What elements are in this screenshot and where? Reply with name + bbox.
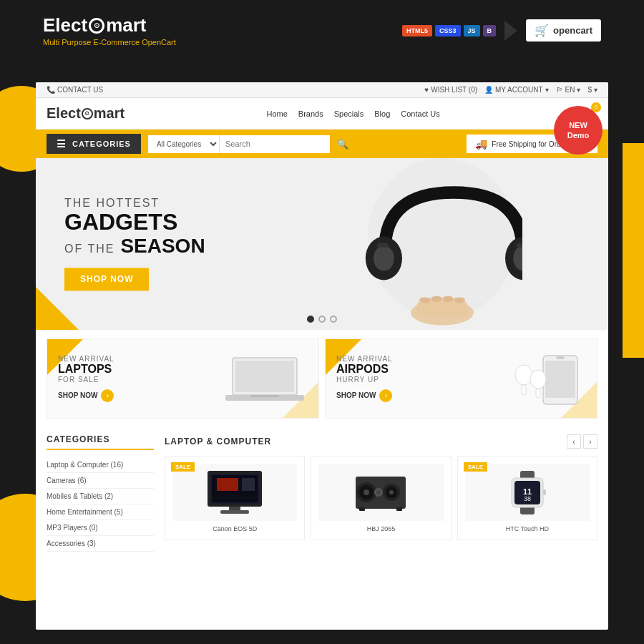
wishlist-link[interactable]: ♥ WISH LIST (0) [424,86,477,94]
banner-airpods-shop-label: SHOP NOW [336,391,376,399]
new-demo-badge: NEW Demo [554,106,602,155]
brand-subtitle: Multi Purpose E-Commerce OpenCart [43,38,176,47]
banner-laptop-name: LAPTOPS [58,363,222,376]
prev-arrow-button[interactable]: ‹ [567,434,581,449]
banner-airpods-image [500,350,586,407]
svg-rect-6 [517,243,522,247]
laptop-svg [225,352,304,406]
banner-card-airpods[interactable]: NEW ARRIVAL AIRPODS HURRY UP SHOP NOW › [325,338,597,419]
contact-us-label: CONTACT US [57,86,103,94]
top-bar: 📞 CONTACT US ♥ WISH LIST (0) 👤 MY ACCOUN… [36,82,608,98]
search-input[interactable] [220,135,330,153]
svg-rect-18 [545,361,575,398]
language-selector[interactable]: 🏳 EN ▾ [556,86,581,94]
sale-badge-1: SALE [171,462,195,472]
svg-rect-16 [250,395,279,397]
brand-name: Elect ⊙ mart [43,14,176,36]
nav-logo-text-part2: mart [94,105,125,122]
svg-point-40 [376,490,381,494]
hero-product-image [265,158,608,330]
cat-item-cameras[interactable]: Cameras (6) [47,473,154,489]
user-icon: 👤 [484,86,493,94]
tech-badges-area: HTML5 CSS3 JS B 🛒 opencart [402,19,601,42]
account-link[interactable]: 👤 MY ACCOUNT ▾ [484,86,549,94]
nav-bar: Elect ⊙ mart Home Brands Specials Blog C… [36,98,608,130]
nav-logo: Elect ⊙ mart [47,105,125,122]
slider-dot-3[interactable] [330,316,337,323]
nav-blog[interactable]: Blog [374,109,390,118]
product-name-3: HTC Touch HD [465,525,590,532]
banner-laptop-shop-label: SHOP NOW [58,391,97,399]
currency-selector[interactable]: $ ▾ [587,86,597,94]
categories-label: CATEGORIES [72,140,131,148]
chevron-down-icon: ▾ [545,86,549,94]
hero-title-line4: SEASON [120,235,205,258]
hero-title-line1: THE HOTTEST [64,197,205,210]
hero-title-line3: OF THE [64,243,114,256]
nav-contact[interactable]: Contact Us [401,109,439,118]
banner-card-laptops[interactable]: NEW ARRIVAL LAPTOPS FOR SALE SHOP NOW › [47,338,319,419]
hero-title-line2: GADGETS [64,210,205,235]
slider-dot-2[interactable] [318,316,326,323]
nav-logo-circle: ⊙ [82,108,93,119]
new-demo-line1: NEW [569,120,587,130]
category-select[interactable]: All Categories [148,135,220,153]
site-container: 📞 CONTACT US ♥ WISH LIST (0) 👤 MY ACCOUN… [36,82,608,630]
cat-item-home-ent[interactable]: Home Entertainment (5) [47,504,154,520]
language-label: EN [565,86,575,94]
categories-button[interactable]: ☰ CATEGORIES [47,134,141,154]
svg-text:38: 38 [524,495,531,502]
nav-home[interactable]: Home [266,109,287,118]
next-arrow-button[interactable]: › [583,434,597,449]
cat-item-mobiles[interactable]: Mobiles & Tablets (2) [47,489,154,504]
svg-point-20 [515,365,532,385]
banner-laptop-forsale: FOR SALE [58,376,222,384]
categories-sidebar: CATEGORIES Laptop & Computer (16) Camera… [47,434,154,552]
nav-brands[interactable]: Brands [298,109,323,118]
badge-css3: CSS3 [435,25,461,36]
cat-item-mp3[interactable]: MP3 Players (0) [47,520,154,536]
product-card-3[interactable]: SALE [457,456,597,540]
banner-laptop-arrow-icon: › [101,389,114,402]
svg-point-10 [431,296,442,302]
svg-point-19 [556,356,565,359]
smartwatch-svg: 11 38 [506,469,549,516]
currency-chevron-icon: ▾ [594,86,597,94]
hero-slider: THE HOTTEST GADGETS OF THE SEASON SHOP N… [36,158,608,330]
svg-point-11 [442,296,454,302]
svg-point-12 [454,297,465,303]
brand-logo-circle: ⊙ [89,18,104,34]
product-card-1[interactable]: SALE [165,456,305,540]
hero-shop-now-button[interactable]: SHOP NOW [64,268,149,291]
opencart-text: opencart [553,25,592,36]
heart-icon: ♥ [424,86,429,94]
brand-name-part1: Elect [43,14,87,36]
tv-svg [206,469,263,516]
product-card-2[interactable]: HBJ 2065 [311,456,451,540]
svg-rect-27 [217,478,238,491]
cat-item-accessories[interactable]: Accessories (3) [47,536,154,552]
hero-triangle-decor [36,287,79,330]
banner-laptop-shop-btn[interactable]: SHOP NOW › [58,389,114,402]
svg-rect-31 [220,510,249,514]
svg-rect-5 [377,243,389,247]
slider-dot-1[interactable] [307,316,314,323]
new-demo-line2: Demo [567,130,590,140]
brand-name-part2: mart [106,14,146,36]
search-button[interactable]: 🔍 [330,135,348,153]
account-label: MY ACCOUNT [495,86,543,94]
hero-content: THE HOTTEST GADGETS OF THE SEASON SHOP N… [64,197,205,291]
yellow-decor-bar-right [623,143,644,358]
sale-badge-3: SALE [464,462,487,472]
contact-us-link[interactable]: 📞 CONTACT US [47,86,103,94]
nav-specials[interactable]: Specials [334,109,364,118]
product-image-area-1 [172,464,297,521]
svg-rect-49 [543,489,546,495]
cat-item-laptop[interactable]: Laptop & Computer (16) [47,457,154,473]
banner-airpods-shop-btn[interactable]: SHOP NOW › [336,389,392,402]
svg-rect-14 [235,361,294,392]
products-header: LAPTOP & COMPUTER ‹ › [165,434,597,449]
banner-airpods-hurry: HURRY UP [336,376,500,384]
svg-rect-30 [229,507,240,510]
brand-logo-area: Elect ⊙ mart Multi Purpose E-Commerce Op… [43,14,176,47]
